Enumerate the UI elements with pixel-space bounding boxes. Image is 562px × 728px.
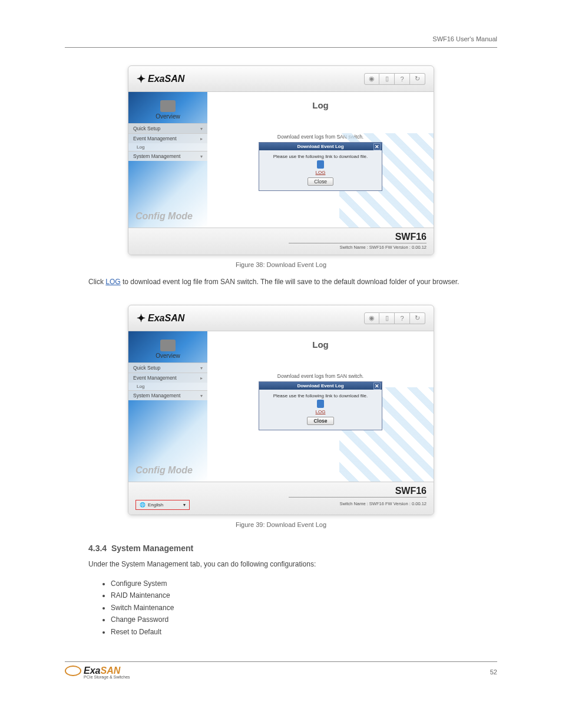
nav-label: Event Management <box>133 136 177 141</box>
chevron-down-icon: ▾ <box>200 154 203 159</box>
toolbar-icons: ◉ ▯ ? ↻ <box>364 312 425 324</box>
language-label: English <box>148 502 163 508</box>
text-fragment: to download event log file from SAN swit… <box>121 278 459 286</box>
download-dialog: Download Event Log ✕ Please use the foll… <box>259 142 382 191</box>
app-screenshot-1: ✦ ExaSAN ◉ ▯ ? ↻ Overview Quick Setup ▾ <box>128 65 434 255</box>
download-dialog: Download Event Log ✕ Please use the foll… <box>259 381 382 430</box>
file-icon <box>317 160 324 169</box>
switch-status: Switch Name : SWF16 FW Version : 0.00.12 <box>339 501 427 506</box>
close-button[interactable]: Close <box>308 177 333 186</box>
file-icon <box>317 400 324 408</box>
dialog-title: Download Event Log ✕ <box>259 382 382 390</box>
chevron-right-icon: ▸ <box>200 136 203 141</box>
close-icon[interactable]: ✕ <box>373 383 381 390</box>
section-title: System Management <box>111 543 193 553</box>
figure-caption-39: Figure 39: Download Event Log <box>35 521 527 528</box>
page-number: 52 <box>490 668 497 676</box>
switch-status: Switch Name : SWF16 FW Version : 0.00.12 <box>135 245 427 250</box>
app-footer: SWF16 🌐 English ▾ Switch Name : SWF16 FW… <box>128 482 434 515</box>
header-doc-title: SWF16 User's Manual <box>432 35 497 42</box>
config-mode-label: Config Mode <box>135 211 193 222</box>
nav-label: Quick Setup <box>133 365 160 371</box>
chevron-right-icon: ▸ <box>200 375 203 381</box>
help-icon[interactable]: ? <box>395 312 410 324</box>
brand-text: ExaSAN <box>148 313 184 324</box>
model-name: SWF16 <box>289 232 427 243</box>
log-download-link[interactable]: LOG <box>316 409 326 414</box>
tower-icon[interactable]: ▯ <box>379 73 395 85</box>
dialog-message: Please use the following link to downloa… <box>265 154 376 159</box>
chevron-down-icon: ▾ <box>183 502 186 508</box>
header-rule <box>65 47 497 48</box>
log-link-inline[interactable]: LOG <box>105 278 120 286</box>
logo-text-1: Exa <box>84 666 100 676</box>
logo-ring-icon <box>65 666 81 676</box>
brand-icon: ✦ <box>137 73 146 85</box>
dialog-body: Please use the following link to downloa… <box>259 150 382 190</box>
bullet-item: Switch Maintenance <box>111 602 462 614</box>
nav-system-management[interactable]: System Management ▾ <box>128 151 207 161</box>
content-area: Log Download event logs from SAN switch.… <box>207 92 434 228</box>
bullet-item: Reset to Default <box>111 626 462 638</box>
language-selector[interactable]: 🌐 English ▾ <box>135 500 190 510</box>
tower-icon[interactable]: ▯ <box>379 312 395 324</box>
model-name: SWF16 <box>289 486 427 498</box>
refresh-icon[interactable]: ↻ <box>410 312 425 324</box>
brand-icon: ✦ <box>137 312 146 325</box>
nav-system-management[interactable]: System Management ▾ <box>128 390 207 400</box>
nav-label: Quick Setup <box>133 126 160 131</box>
content-area: Log Download event logs from SAN switch.… <box>207 331 434 482</box>
dialog-body: Please use the following link to downloa… <box>259 390 382 430</box>
chevron-down-icon: ▾ <box>200 365 203 371</box>
nav-label: Event Management <box>133 375 177 381</box>
help-icon[interactable]: ? <box>395 73 410 85</box>
overview-block[interactable]: Overview <box>128 98 207 123</box>
text-fragment: Click <box>88 278 105 286</box>
instruction-paragraph: Click LOG to download event log file fro… <box>88 276 474 287</box>
dialog-title: Download Event Log ✕ <box>259 143 382 150</box>
nav-log[interactable]: Log <box>128 143 207 151</box>
dialog-title-text: Download Event Log <box>297 144 343 149</box>
chevron-down-icon: ▾ <box>200 393 203 398</box>
feature-bullets: Configure System RAID Maintenance Switch… <box>100 578 462 638</box>
nav-label: System Management <box>133 153 180 159</box>
chevron-down-icon: ▾ <box>200 126 203 131</box>
page-title: Log <box>207 92 434 114</box>
nav-log[interactable]: Log <box>128 383 207 390</box>
nav-quick-setup[interactable]: Quick Setup ▾ <box>128 123 207 133</box>
dialog-title-text: Download Event Log <box>297 383 343 388</box>
sidebar: Overview Quick Setup ▾ Event Management … <box>128 92 207 228</box>
nav-label: System Management <box>133 393 180 398</box>
nav-event-management[interactable]: Event Management ▸ <box>128 373 207 383</box>
logo-text-2: SAN <box>100 666 120 676</box>
refresh-icon[interactable]: ↻ <box>410 73 425 85</box>
nav-event-management[interactable]: Event Management ▸ <box>128 133 207 143</box>
section-number: 4.3.4 <box>88 543 107 553</box>
page-title: Log <box>207 331 434 353</box>
figure-caption-38: Figure 38: Download Event Log <box>35 261 527 268</box>
overview-icon <box>160 340 176 351</box>
brand-logo: ✦ ExaSAN <box>137 312 184 325</box>
app-topbar: ✦ ExaSAN ◉ ▯ ? ↻ <box>128 66 434 92</box>
overview-block[interactable]: Overview <box>128 337 207 363</box>
eye-icon[interactable]: ◉ <box>364 73 379 85</box>
log-download-link[interactable]: LOG <box>316 170 326 175</box>
section-heading: 4.3.4 System Management <box>88 543 474 553</box>
bullet-item: Configure System <box>111 578 462 589</box>
bullet-item: Change Password <box>111 614 462 625</box>
footer-rule <box>65 661 497 662</box>
content-description: Download event logs from SAN switch. <box>207 373 434 379</box>
brand-logo: ✦ ExaSAN <box>137 73 184 85</box>
config-mode-label: Config Mode <box>135 465 193 476</box>
close-icon[interactable]: ✕ <box>373 143 381 150</box>
page-footer: ExaSAN PCIe Storage & Switches 52 <box>65 666 497 679</box>
bullet-item: RAID Maintenance <box>111 589 462 601</box>
section-intro: Under the System Management tab, you can… <box>88 559 474 569</box>
sidebar: Overview Quick Setup ▾ Event Management … <box>128 331 207 482</box>
nav-quick-setup[interactable]: Quick Setup ▾ <box>128 363 207 373</box>
footer-tagline: PCIe Storage & Switches <box>84 675 130 679</box>
eye-icon[interactable]: ◉ <box>364 312 379 324</box>
close-button[interactable]: Close <box>307 417 333 425</box>
overview-label: Overview <box>128 113 207 120</box>
globe-icon: 🌐 <box>140 502 146 508</box>
